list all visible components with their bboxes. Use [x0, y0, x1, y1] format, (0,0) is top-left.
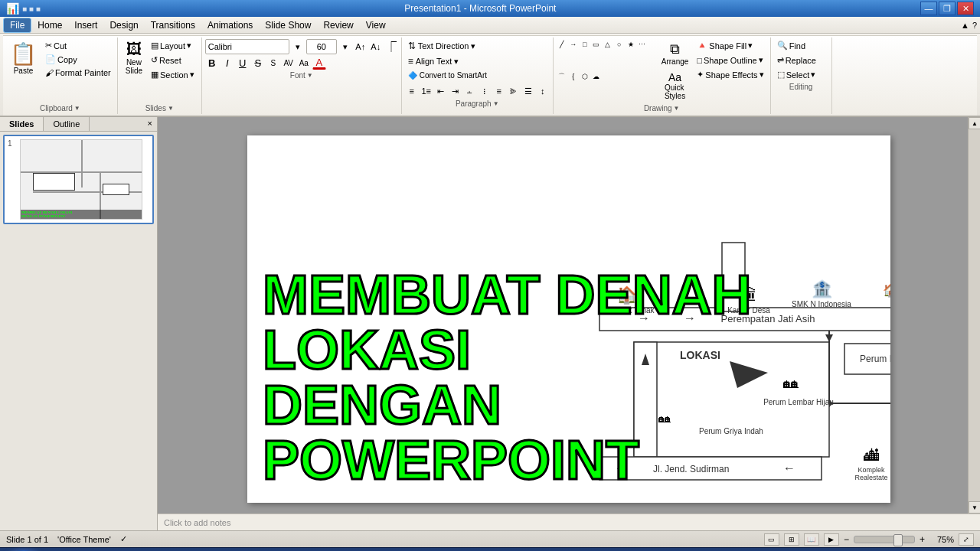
- spell-check-icon[interactable]: ✓: [120, 534, 127, 544]
- menu-home[interactable]: Home: [31, 18, 68, 32]
- menu-design[interactable]: Design: [103, 18, 144, 32]
- fit-window-btn[interactable]: ⤢: [959, 533, 974, 546]
- zoom-thumb[interactable]: [893, 534, 903, 546]
- shape-arrow[interactable]: →: [568, 39, 579, 50]
- select-button[interactable]: ⬚Select▾: [774, 68, 828, 81]
- change-case-button[interactable]: Aa: [297, 56, 311, 70]
- font-size-input[interactable]: [306, 39, 337, 54]
- menu-animations[interactable]: Animations: [201, 18, 259, 32]
- menu-view[interactable]: View: [360, 18, 392, 32]
- increase-indent-button[interactable]: ⇥: [449, 84, 462, 98]
- shape-curve[interactable]: ⌒: [557, 71, 567, 82]
- decrease-font-btn[interactable]: A↓: [369, 40, 383, 54]
- maximize-button[interactable]: ❐: [939, 2, 956, 15]
- font-name-dropdown[interactable]: ▾: [291, 40, 305, 54]
- shape-ellipse[interactable]: ○: [614, 39, 625, 50]
- panel-close-button[interactable]: ×: [143, 117, 157, 131]
- increase-font-btn[interactable]: A↑: [354, 40, 368, 54]
- ribbon-collapse-btn[interactable]: ▲: [961, 21, 969, 30]
- align-center-button[interactable]: ≡: [492, 84, 506, 98]
- normal-view-btn[interactable]: ▭: [764, 533, 779, 546]
- columns-button[interactable]: ⫠: [463, 84, 477, 98]
- slides-label[interactable]: Slides ▼: [121, 104, 198, 112]
- shape-cloud[interactable]: ☁: [591, 71, 602, 82]
- align-text-button[interactable]: ≡ Align Text ▾: [405, 54, 462, 68]
- scroll-up-btn[interactable]: ▲: [969, 117, 980, 129]
- font-name-input[interactable]: [205, 39, 289, 54]
- shape-triangle[interactable]: △: [603, 39, 613, 50]
- menu-review[interactable]: Review: [317, 18, 359, 32]
- shape-brace[interactable]: {: [568, 71, 579, 82]
- slide-canvas: Perempatan Jati Asih → → Perum Bukit Ind…: [247, 135, 890, 503]
- menu-insert[interactable]: Insert: [68, 18, 103, 32]
- main-canvas-area: ▲ ▼ Perempatan Jati Asih → → Perum Buk: [158, 117, 980, 530]
- reading-view-btn[interactable]: 📖: [804, 533, 819, 546]
- text-direction-button[interactable]: ⇅ Text Direction ▾: [405, 39, 479, 53]
- shape-fill-button[interactable]: 🔺Shape Fill▾: [694, 39, 766, 52]
- justify-button[interactable]: ☰: [521, 84, 535, 98]
- line-spacing-button[interactable]: ↕: [536, 84, 550, 98]
- shape-line[interactable]: ╱: [557, 39, 567, 50]
- ribbon-group-editing: 🔍Find ⇌Replace ⬚Select▾ Editing: [771, 37, 832, 114]
- find-button[interactable]: 🔍Find: [774, 39, 828, 52]
- layout-button[interactable]: ▤Layout▾: [148, 39, 198, 52]
- shape-star[interactable]: ★: [626, 39, 636, 50]
- ribbon-group-drawing: ╱ → □ ▭ △ ○ ★ ⋯ ⌒ { ⬡ ☁ ⧉ Arrange: [554, 37, 771, 114]
- quick-styles-button[interactable]: Aa QuickStyles: [658, 69, 693, 103]
- slideshow-btn[interactable]: ▶: [824, 533, 839, 546]
- menu-slideshow[interactable]: Slide Show: [259, 18, 317, 32]
- align-left-button[interactable]: ⫶: [478, 84, 492, 98]
- shape-more[interactable]: ⋯: [637, 39, 648, 50]
- spacing-button[interactable]: AV: [282, 56, 296, 70]
- copy-button[interactable]: 📄Copy: [42, 53, 114, 66]
- editing-label: Editing: [774, 83, 828, 91]
- convert-smartart-button[interactable]: 🔷 Convert to SmartArt: [405, 70, 490, 81]
- shape-rounded-rect[interactable]: ▭: [591, 39, 602, 50]
- new-slide-button[interactable]: 🖼 NewSlide: [122, 39, 146, 77]
- help-btn[interactable]: ?: [972, 21, 977, 30]
- strikethrough-button[interactable]: S: [251, 56, 265, 70]
- paste-button[interactable]: 📋 Paste: [6, 39, 41, 77]
- menu-file[interactable]: File: [3, 18, 31, 33]
- format-painter-button[interactable]: 🖌Format Painter: [42, 67, 114, 79]
- cut-button[interactable]: ✂Cut: [42, 39, 114, 52]
- scroll-down-btn[interactable]: ▼: [969, 501, 980, 514]
- outline-tab[interactable]: Outline: [44, 117, 90, 131]
- close-button[interactable]: ✕: [957, 2, 974, 15]
- slide-preview-image: MEMBUAT DENAH LOKASI DENGAN POWERPOINT: [20, 139, 142, 220]
- numbering-button[interactable]: 1≡: [420, 84, 433, 98]
- menu-transitions[interactable]: Transitions: [145, 18, 201, 32]
- zoom-out-btn[interactable]: −: [844, 534, 849, 545]
- font-color-button[interactable]: A: [312, 56, 326, 70]
- vertical-scrollbar[interactable]: ▲ ▼: [968, 117, 980, 514]
- slide-sorter-btn[interactable]: ⊞: [784, 533, 799, 546]
- clipboard-label[interactable]: Clipboard ▼: [6, 104, 114, 112]
- scroll-track[interactable]: [969, 129, 980, 501]
- clear-format-btn[interactable]: ⎾: [384, 40, 398, 54]
- font-label[interactable]: Font ▼: [205, 71, 398, 80]
- shape-rect[interactable]: □: [580, 39, 590, 50]
- shape-effects-button[interactable]: ✦Shape Effects▾: [694, 68, 766, 81]
- decrease-indent-button[interactable]: ⇤: [434, 84, 448, 98]
- zoom-in-btn[interactable]: +: [920, 534, 925, 545]
- replace-button[interactable]: ⇌Replace: [774, 54, 828, 67]
- section-button[interactable]: ▦Section▾: [148, 68, 198, 81]
- shape-hexagon[interactable]: ⬡: [580, 71, 590, 82]
- reset-button[interactable]: ↺Reset: [148, 54, 198, 67]
- slide-thumbnail-1[interactable]: 1 MEMBUAT DENAH LOKASI: [3, 135, 154, 224]
- notes-area[interactable]: Click to add notes: [158, 514, 980, 530]
- font-size-dropdown[interactable]: ▾: [338, 40, 352, 54]
- underline-button[interactable]: U: [236, 56, 250, 70]
- arrange-button[interactable]: ⧉ Arrange: [658, 39, 693, 68]
- shadow-button[interactable]: S: [266, 56, 280, 70]
- drawing-label[interactable]: Drawing ▼: [557, 104, 767, 112]
- minimize-button[interactable]: —: [920, 2, 937, 15]
- zoom-slider[interactable]: [854, 536, 915, 543]
- bold-button[interactable]: B: [205, 56, 219, 70]
- italic-button[interactable]: I: [220, 56, 234, 70]
- shape-outline-button[interactable]: □Shape Outline▾: [694, 54, 766, 67]
- align-right-button[interactable]: ⫸: [507, 84, 521, 98]
- bullets-button[interactable]: ≡: [405, 84, 419, 98]
- slides-tab[interactable]: Slides: [0, 117, 44, 131]
- paragraph-label[interactable]: Paragraph ▼: [405, 99, 550, 108]
